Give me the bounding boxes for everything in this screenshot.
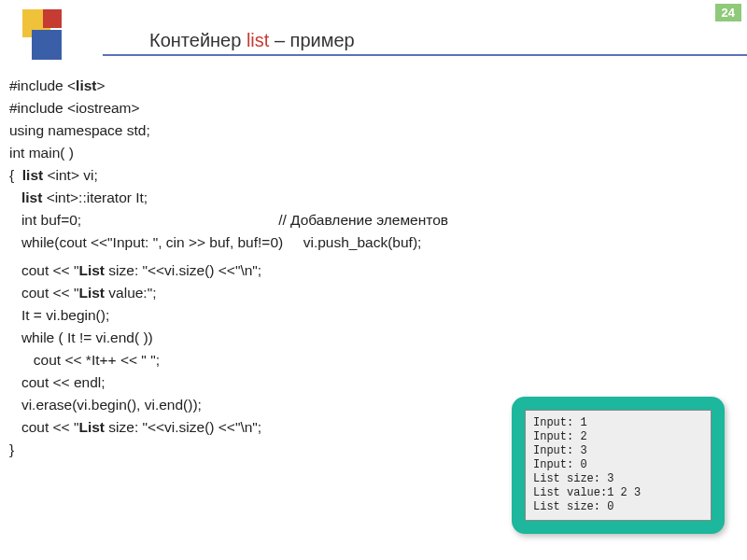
code-line: int buf=0; // Добавление элементов	[9, 209, 738, 231]
code-line: #include <list>	[9, 75, 738, 97]
slide-header: Контейнер list – пример	[0, 9, 747, 65]
code-line: int main( )	[9, 142, 738, 164]
code-line: using namespace std;	[9, 119, 738, 142]
code-line: list <int>::iterator It;	[9, 187, 738, 209]
program-output-text: Input: 1 Input: 2 Input: 3 Input: 0 List…	[525, 410, 712, 521]
title-part-1: Контейнер	[149, 30, 247, 50]
title-part-2: list	[247, 30, 269, 50]
code-line: cout << "List value:";	[9, 282, 738, 304]
code-line: { list <int> vi;	[9, 164, 738, 187]
title-underline	[103, 54, 747, 56]
code-line: cout << endl;	[9, 371, 738, 394]
code-line: while ( It != vi.end( ))	[9, 327, 738, 349]
logo-squares-icon	[22, 9, 88, 56]
code-line: cout << "List size: "<<vi.size() <<"\n";	[9, 259, 738, 282]
code-line: #include <iostream>	[9, 97, 738, 119]
slide-title: Контейнер list – пример	[149, 30, 355, 51]
code-line: while(cout <<"Input: ", cin >> buf, buf!…	[9, 231, 738, 254]
code-line: cout << *It++ << " ";	[9, 349, 738, 371]
title-part-3: – пример	[269, 30, 354, 50]
program-output-panel: Input: 1 Input: 2 Input: 3 Input: 0 List…	[512, 397, 725, 534]
code-line: It = vi.begin();	[9, 304, 738, 327]
